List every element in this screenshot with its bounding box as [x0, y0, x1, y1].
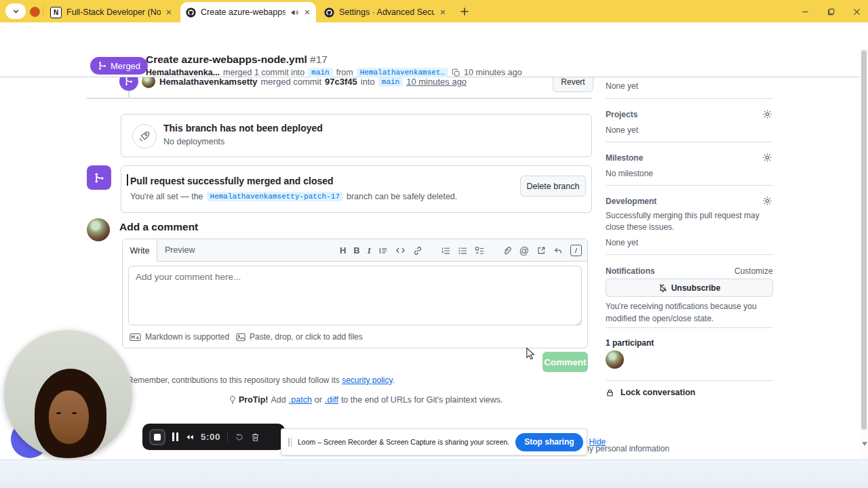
browser-tab-settings[interactable]: Settings · Advanced Security · H [319, 2, 452, 22]
merged-badge: Merged [90, 57, 148, 75]
restart-icon[interactable] [235, 432, 244, 442]
stop-recording-button[interactable] [149, 429, 165, 445]
branch-chip[interactable]: main [378, 77, 403, 87]
reply-icon[interactable] [553, 246, 563, 256]
github-icon [324, 7, 334, 18]
comment-input[interactable] [128, 266, 582, 325]
markdown-icon [130, 333, 141, 342]
comment-submit-button[interactable]: Comment [542, 352, 588, 372]
numbered-list-icon[interactable] [441, 246, 450, 256]
paste-files-note[interactable]: Paste, drop, or click to add files [236, 332, 363, 342]
lock-conversation-button[interactable]: Lock conversation [606, 388, 695, 397]
webcam-overlay[interactable] [4, 330, 132, 458]
bold-icon[interactable]: B [353, 245, 359, 256]
sidebar-milestone-title[interactable]: Milestone [606, 153, 773, 163]
tab-write[interactable]: Write [123, 239, 157, 262]
close-tab-icon[interactable] [304, 9, 311, 16]
cross-reference-icon[interactable] [536, 246, 546, 256]
base-branch-chip[interactable]: main [308, 68, 332, 77]
timestamp-link[interactable]: 10 minutes ago [406, 77, 467, 87]
pr-author[interactable]: Hemalathavenka... [146, 68, 220, 77]
security-policy-note: Remember, contributions to this reposito… [127, 375, 395, 385]
browser-tab-github-pr[interactable]: Create azure-webapps-nod [180, 2, 316, 22]
pause-recording-button[interactable] [172, 432, 178, 441]
github-icon [186, 7, 196, 18]
gear-icon[interactable] [762, 109, 772, 119]
tab-search-button[interactable] [5, 3, 26, 19]
diff-link[interactable]: .diff [325, 395, 338, 405]
code-icon[interactable] [395, 245, 406, 256]
commit-link[interactable]: 97c3f45 [325, 77, 357, 87]
quote-icon[interactable] [378, 246, 388, 256]
new-tab-button[interactable] [458, 5, 471, 18]
sidebar-projects-title[interactable]: Projects [606, 110, 773, 119]
loom-control-bar[interactable]: 5:00 [142, 424, 285, 450]
development-value: None yet [606, 238, 773, 247]
footer-partial-text[interactable]: re my personal information [573, 444, 669, 453]
tab-label: Full-Stack Developer (Nodejs + [66, 7, 161, 17]
stop-sharing-button[interactable]: Stop sharing [515, 433, 583, 451]
scrollbar-down-arrow[interactable] [862, 442, 867, 446]
merge-actor[interactable]: Hemalathavenkamsetty [159, 77, 258, 87]
copy-icon[interactable] [452, 68, 460, 77]
participant-avatar[interactable] [606, 350, 624, 369]
security-policy-link[interactable]: security policy [342, 375, 392, 385]
git-merge-icon [98, 61, 107, 70]
head-branch-chip[interactable]: Hemalathavenkamset… [357, 68, 448, 77]
merged-card-title: Pull request successfully merged and clo… [130, 176, 334, 186]
browser-toolbar: github.com/Hemalathavenkamsetty/hemalath… [0, 22, 868, 47]
task-list-icon[interactable] [475, 246, 484, 256]
window-maximize-button[interactable] [823, 6, 838, 17]
pr-timestamp: 10 minutes ago [464, 68, 521, 77]
sidebar-development-title[interactable]: Development [606, 197, 773, 206]
hide-banner-link[interactable]: Hide [589, 437, 606, 447]
protip-note: ProTip! Add .patch or .diff to the end o… [229, 395, 503, 405]
pr-subtitle: Hemalathavenka... merged 1 commit into m… [146, 68, 522, 77]
avatar[interactable] [87, 218, 110, 241]
tab-preview[interactable]: Preview [165, 245, 195, 255]
scrollbar-thumb[interactable] [861, 50, 867, 430]
bullet-list-icon[interactable] [458, 246, 467, 256]
delete-branch-button[interactable]: Delete branch [520, 176, 586, 197]
share-message: Loom – Screen Recorder & Screen Capture … [298, 438, 509, 446]
attach-file-icon[interactable] [502, 246, 512, 256]
mention-icon[interactable]: @ [519, 245, 529, 256]
heading-icon[interactable]: H [340, 245, 346, 256]
lock-icon [606, 388, 614, 397]
window-minimize-button[interactable] [797, 6, 812, 17]
customize-link[interactable]: Customize [734, 266, 773, 276]
image-icon [236, 333, 245, 342]
patch-link[interactable]: .patch [289, 395, 312, 405]
slash-command-icon[interactable] [570, 245, 582, 256]
mouse-cursor [525, 347, 536, 361]
drag-handle[interactable] [288, 438, 292, 447]
close-tab-icon[interactable] [165, 9, 172, 16]
text-caret [127, 174, 128, 186]
deployment-subtitle: No deployments [163, 137, 224, 146]
delete-recording-icon[interactable] [251, 432, 260, 442]
markdown-supported-note[interactable]: Markdown is supported [130, 332, 229, 342]
unsubscribe-button[interactable]: Unsubscribe [606, 279, 773, 297]
gear-icon[interactable] [762, 152, 772, 163]
milestone-value: No milestone [606, 169, 773, 178]
chevron-down-icon [12, 7, 20, 15]
comment-editor: Write Preview H B I @ Markdown is suppor… [122, 239, 588, 348]
tab-audio-icon[interactable] [290, 8, 299, 17]
merged-card: Pull request successfully merged and clo… [121, 165, 592, 213]
resize-grip[interactable] [576, 320, 582, 326]
recording-indicator-icon [30, 7, 40, 17]
screen: N Full-Stack Developer (Nodejs + Create … [0, 0, 868, 488]
browser-tab-notion[interactable]: N Full-Stack Developer (Nodejs + [45, 2, 178, 22]
patch-branch-chip[interactable]: Hemalathavenkamsetty-patch-17 [207, 192, 343, 201]
notifications-desc: You're receiving notifications because y… [606, 300, 773, 325]
lightbulb-icon [229, 395, 236, 405]
gear-icon[interactable] [762, 196, 772, 206]
link-icon[interactable] [413, 246, 422, 256]
tab-label: Create azure-webapps-nod [201, 7, 285, 17]
italic-icon[interactable]: I [368, 245, 371, 256]
window-close-button[interactable] [849, 6, 864, 17]
deployment-card: This branch has not been deployed No dep… [121, 114, 592, 157]
restart-clip-icon[interactable] [185, 434, 194, 441]
close-tab-icon[interactable] [439, 9, 446, 16]
recording-timer: 5:00 [201, 432, 220, 442]
